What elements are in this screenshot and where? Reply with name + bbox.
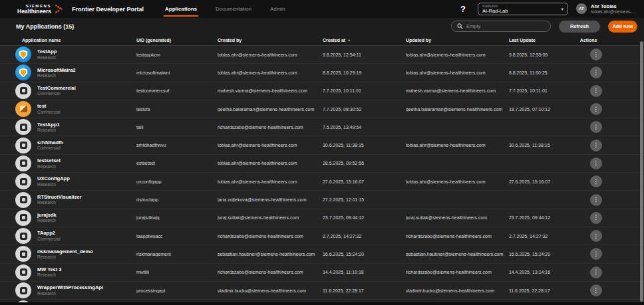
updated-by-cell: tobias.ahr@siemens-healthineers.com: [406, 143, 509, 148]
updated-by-cell: richardszabo@siemens-healthineers.com: [406, 234, 509, 239]
row-actions-button[interactable]: ⋮: [590, 140, 602, 152]
row-actions-button[interactable]: ⋮: [590, 230, 602, 242]
row-actions-button[interactable]: ⋮: [590, 284, 602, 296]
row-actions-button[interactable]: ⋮: [590, 248, 602, 260]
application-row[interactable]: test Commercial testcfa geetha.balaraman…: [0, 100, 644, 118]
row-actions-button[interactable]: ⋮: [590, 85, 602, 97]
app-icon-glyph: [20, 287, 27, 294]
search-input[interactable]: [466, 23, 545, 29]
updated-by-cell: richardszabo@siemens-healthineers.com: [406, 270, 509, 274]
app-icon-glyph: [20, 233, 27, 240]
actions-cell: ⋮: [572, 248, 644, 260]
created-at-cell: 7.5.2025, 13:49:54: [323, 125, 406, 130]
app-icon: [15, 138, 31, 153]
user-email: tobias.ahr@siemens-healthi...: [591, 9, 637, 15]
frontier-developer-portal-app: SIEMENS Healthineers Frontier Developer …: [0, 0, 644, 305]
app-name-block: srhfdhadfh Commercial: [37, 140, 63, 152]
created-by-cell: richardszabo@siemens-healthineers.com: [218, 125, 323, 130]
row-actions-button[interactable]: ⋮: [590, 66, 602, 78]
application-row[interactable]: srhfdhadfh Commercial srhfdhadfhnvu tobi…: [0, 136, 644, 154]
application-name-cell: riskmanagement_demo Research: [0, 246, 136, 262]
uid-cell: testcommercsuf: [136, 88, 218, 93]
application-row[interactable]: testsetset Research estsetset tobias.ahr…: [0, 155, 644, 173]
search-icon: [457, 23, 463, 29]
application-row[interactable]: jurajsdk Research jurajsdkwjg juraj.suti…: [0, 209, 644, 227]
app-icon: [15, 264, 31, 280]
scrollbar-thumb[interactable]: [640, 41, 643, 302]
app-icon-glyph-inner: [22, 289, 25, 292]
application-name-cell: srhfdhadfh Commercial: [0, 138, 136, 153]
uid-cell: processingapi: [136, 288, 218, 293]
application-row[interactable]: MicrosoftMaira2 Research microsoftmaiwni…: [0, 64, 644, 82]
last-update-cell: 16.6.2025, 15:24:20: [509, 252, 572, 256]
tab-documentation[interactable]: Documentation: [216, 0, 251, 18]
application-name-cell: TAapp2 Commercial: [0, 228, 136, 244]
last-update-cell: 18.7.2025, 07:10:12: [509, 107, 572, 112]
tab-admin[interactable]: Admin: [270, 0, 285, 18]
application-name: srhfdhadfh: [37, 140, 63, 146]
application-row[interactable]: TestApp1 Research taiii richardszabo@sie…: [0, 118, 644, 136]
toolbar-actions: Refresh Add new: [451, 21, 637, 33]
top-bar: SIEMENS Healthineers Frontier Developer …: [0, 0, 644, 18]
application-row[interactable]: riskmanagement_demo Research riskmanagem…: [0, 245, 644, 263]
column-header-application-name[interactable]: Application name: [0, 38, 136, 43]
refresh-button[interactable]: Refresh: [559, 21, 600, 33]
application-type: Commercial: [37, 146, 63, 151]
row-actions-button[interactable]: ⋮: [590, 194, 602, 206]
row-actions-button[interactable]: ⋮: [590, 266, 602, 278]
app-icon: [15, 246, 31, 262]
application-row[interactable]: TAapp2 Commercial taapptwoacc richardsza…: [0, 227, 644, 245]
application-type: Commercial: [37, 91, 76, 96]
row-actions-button[interactable]: ⋮: [590, 103, 602, 115]
last-update-cell: 8.8.2025, 11:00:25: [509, 70, 572, 75]
help-icon[interactable]: ?: [460, 4, 466, 14]
app-icon-glyph-inner: [22, 216, 25, 219]
app-icon-glyph-inner: [22, 235, 25, 238]
row-actions-button[interactable]: ⋮: [590, 121, 602, 133]
column-header-created-by[interactable]: Created by: [218, 38, 323, 43]
app-icon-glyph-inner: [22, 180, 25, 183]
app-name-block: TestApp1 Research: [37, 122, 60, 134]
column-header-uid[interactable]: UID (generated): [136, 38, 218, 43]
created-by-cell: geetha.balaraman@siemens-healthineers.co…: [218, 107, 323, 112]
app-icon: [15, 47, 31, 62]
applications-table: TestApp Research testappkcm tobias.ahr@s…: [0, 45, 644, 302]
app-icon-glyph: [20, 106, 27, 112]
row-actions-button[interactable]: ⋮: [590, 157, 602, 169]
application-row[interactable]: TestApp Research testappkcm tobias.ahr@s…: [0, 46, 644, 64]
vertical-scrollbar[interactable]: [640, 41, 643, 302]
search-box[interactable]: [451, 21, 551, 32]
row-actions-button[interactable]: ⋮: [590, 212, 602, 224]
app-icon-glyph: [20, 178, 27, 185]
application-row[interactable]: WrapperWithProcessingApi Research proces…: [0, 282, 644, 300]
application-name-cell: TestApp1 Research: [0, 119, 136, 135]
column-header-updated-by[interactable]: Updated by: [406, 38, 509, 43]
updated-by-cell: vladimir.bucko@siemens-healthineers.com: [406, 288, 509, 293]
application-row[interactable]: RTStructVisualizer Research rtstructapp …: [0, 191, 644, 209]
siemens-healthineers-logo: SIEMENS Healthineers: [17, 4, 63, 15]
created-by-cell: tobias.ahr@siemens-healthineers.com: [218, 52, 323, 57]
column-header-last-update[interactable]: Last Update: [509, 38, 572, 43]
tab-applications[interactable]: Applications: [165, 0, 197, 18]
application-row[interactable]: UXConfigApp Research uxconfigapp tobias.…: [0, 173, 644, 191]
application-row[interactable]: MW Test 3 Research mwtiiii richardszabo@…: [0, 264, 644, 282]
column-header-created-at[interactable]: Created at ▲: [323, 38, 406, 43]
actions-cell: ⋮: [572, 284, 644, 296]
row-actions-button[interactable]: ⋮: [590, 175, 602, 187]
user-menu[interactable]: AT Ahr Tobias tobias.ahr@siemens-healthi…: [576, 3, 637, 15]
row-actions-button[interactable]: ⋮: [590, 49, 602, 60]
add-new-button[interactable]: Add new: [608, 21, 637, 33]
created-by-cell: tobias.ahr@siemens-healthineers.com: [218, 179, 323, 184]
application-type: Research: [37, 218, 57, 223]
actions-cell: ⋮: [572, 212, 644, 224]
created-by-cell: juraj.sutiak@siemens-healthineers.com: [218, 215, 323, 220]
application-name-cell: TestCommercial Commercial: [0, 83, 136, 99]
sort-ascending-icon: ▲: [347, 38, 351, 42]
app-icon: [15, 228, 31, 244]
app-icon-glyph-inner: [22, 161, 25, 165]
institution-select[interactable]: Institution AI-Rad-Lab ▾: [478, 3, 568, 15]
app-icon-glyph-inner: [22, 144, 25, 147]
app-icon-glyph: [20, 214, 27, 221]
application-row[interactable]: TestCommercial Commercial testcommercsuf…: [0, 82, 644, 100]
app-icon-glyph-inner: [22, 198, 25, 201]
